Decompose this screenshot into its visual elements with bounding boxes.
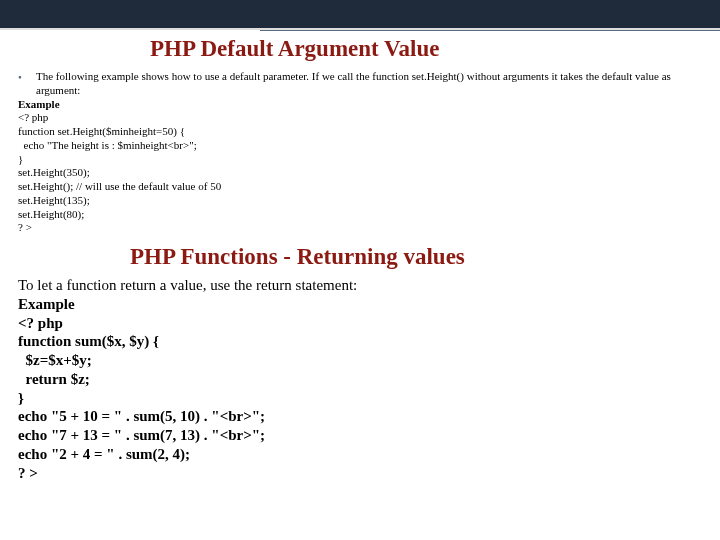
section1-bullet-row: • The following example shows how to use… [18, 70, 708, 98]
section1-title: PHP Default Argument Value [150, 36, 439, 62]
section1-code: <? php function set.Height($minheight=50… [18, 111, 708, 235]
section2-title: PHP Functions - Returning values [130, 244, 465, 270]
section1-body: • The following example shows how to use… [18, 70, 708, 235]
section2-example-label: Example [18, 295, 708, 314]
section2-code: <? php function sum($x, $y) { $z=$x+$y; … [18, 314, 708, 483]
top-bar-accent [260, 30, 720, 31]
section2-body: To let a function return a value, use th… [18, 276, 708, 482]
section1-bullet-text: The following example shows how to use a… [36, 70, 708, 98]
bullet-icon: • [18, 70, 36, 98]
slide: PHP Default Argument Value • The followi… [0, 0, 720, 540]
section2-intro: To let a function return a value, use th… [18, 276, 708, 295]
section1-example-label: Example [18, 98, 708, 112]
top-bar [0, 0, 720, 28]
